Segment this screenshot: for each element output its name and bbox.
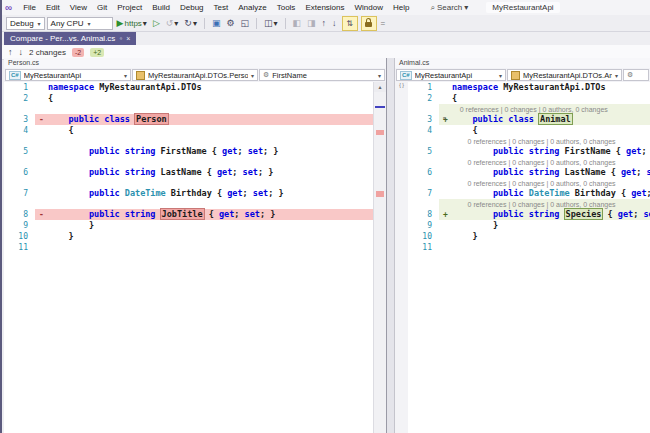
navigate-back-button[interactable]: ◧ bbox=[291, 17, 304, 29]
navigate-forward-button[interactable]: ◨ bbox=[305, 17, 318, 29]
code-line[interactable]: 11 bbox=[408, 242, 650, 253]
pane-splitter[interactable] bbox=[386, 58, 395, 433]
tab-title: Compare - Per...vs. Animal.cs bbox=[10, 34, 115, 43]
change-marker-icon bbox=[439, 199, 452, 209]
codelens-row[interactable] bbox=[4, 136, 374, 146]
breakpoints-window-button[interactable]: ▣ bbox=[210, 17, 223, 29]
left-member-dropdown[interactable]: ⚙ FirstName ▾ bbox=[259, 69, 385, 81]
codelens-row[interactable]: 0 references | 0 changes | 0 authors, 0 … bbox=[408, 136, 650, 146]
codelens-row[interactable]: 0 references | 0 changes | 0 authors, 0 … bbox=[408, 199, 650, 209]
restart-button[interactable]: ↻ ▾ bbox=[182, 17, 199, 29]
menu-git[interactable]: Git bbox=[92, 3, 112, 12]
menu-tools[interactable]: Tools bbox=[272, 3, 301, 12]
preview-window-button[interactable]: ◱ bbox=[239, 17, 252, 29]
code-line[interactable]: 8- public string JobTitle { get; set; } bbox=[4, 209, 374, 220]
code-line[interactable]: 5 public string FirstName { get; set; } bbox=[4, 146, 374, 157]
code-line[interactable]: 10 } bbox=[408, 231, 650, 242]
sync-views-toggle[interactable]: ⇅ bbox=[342, 16, 358, 31]
options-button[interactable]: ⚙ bbox=[224, 17, 236, 29]
code-line[interactable]: 9 } bbox=[4, 220, 374, 231]
code-line[interactable]: 4 { bbox=[408, 125, 650, 136]
menu-analyze[interactable]: Analyze bbox=[233, 3, 271, 12]
start-without-debugging-button[interactable]: ▷ bbox=[151, 17, 162, 29]
toolbar-overflow[interactable]: = bbox=[381, 19, 386, 28]
configuration-dropdown[interactable]: Debug ▾ bbox=[6, 17, 45, 30]
hot-reload-button[interactable]: ↺ ▾ bbox=[164, 17, 181, 29]
codelens-row[interactable]: 0 references | 0 changes | 0 authors, 0 … bbox=[408, 157, 650, 167]
compare-files-button[interactable]: ◫ ▾ bbox=[262, 17, 280, 29]
menu-file[interactable]: File bbox=[18, 3, 41, 12]
code-line[interactable]: 1namespace MyRestaurantApi.DTOs bbox=[4, 82, 374, 93]
menu-debug[interactable]: Debug bbox=[175, 3, 209, 12]
right-member-dropdown[interactable]: ⚙ bbox=[623, 69, 649, 81]
code-line[interactable]: 7 public DateTime Birthday { get; set; } bbox=[408, 188, 650, 199]
next-change-button[interactable]: ↓ bbox=[330, 17, 339, 29]
line-number: 11 bbox=[408, 242, 439, 253]
menu-edit[interactable]: Edit bbox=[41, 3, 65, 12]
start-debugging-button[interactable]: ▶ https ▾ bbox=[115, 17, 149, 29]
line-number: 10 bbox=[4, 231, 35, 242]
change-marker-icon bbox=[439, 104, 452, 114]
chevron-down-icon: ▾ bbox=[88, 20, 91, 27]
code-line[interactable]: 1namespace MyRestaurantApi.DTOs bbox=[408, 82, 650, 93]
change-marker-icon bbox=[35, 146, 48, 157]
code-line[interactable]: 2{ bbox=[4, 93, 374, 104]
left-type-dropdown[interactable]: MyRestaurantApi.DTOs.Person ▾ bbox=[132, 69, 258, 81]
codelens-row[interactable]: 0 references | 0 changes | 0 authors, 0 … bbox=[408, 178, 650, 188]
code-line[interactable]: 3- public class Person bbox=[4, 114, 374, 125]
right-file-label: Animal.cs bbox=[395, 58, 650, 68]
chevron-down-icon: ▾ bbox=[274, 19, 278, 28]
platform-dropdown[interactable]: Any CPU ▾ bbox=[47, 17, 113, 30]
line-number: 2 bbox=[408, 93, 439, 104]
code-line[interactable]: 9 } bbox=[408, 220, 650, 231]
scroll-up-icon[interactable]: ▴ bbox=[374, 82, 386, 92]
member-name: FirstName bbox=[272, 71, 375, 80]
compare-docs-icon: ◫ bbox=[264, 17, 273, 29]
right-navigation-bar: C# MyRestaurantApi ▾ MyRestaurantApi.DTO… bbox=[395, 68, 650, 82]
previous-change-button[interactable]: ↑ bbox=[320, 17, 329, 29]
line-number bbox=[4, 136, 35, 146]
breakpoints-window-icon: ▣ bbox=[212, 17, 221, 29]
line-number: 3✎ bbox=[408, 114, 439, 125]
previous-difference-button[interactable]: ↑ bbox=[8, 47, 13, 57]
codelens-row[interactable] bbox=[4, 178, 374, 188]
menu-view[interactable]: View bbox=[65, 3, 92, 12]
left-scrollbar[interactable]: ▴ bbox=[373, 82, 386, 433]
code-line[interactable]: 10 } bbox=[4, 231, 374, 242]
code-line[interactable]: 11 bbox=[4, 242, 374, 253]
menu-extensions[interactable]: Extensions bbox=[300, 3, 349, 12]
right-project-dropdown[interactable]: C# MyRestaurantApi ▾ bbox=[396, 69, 506, 81]
menu-window[interactable]: Window bbox=[350, 3, 388, 12]
right-type-dropdown[interactable]: MyRestaurantApi.DTOs.Animal ▾ bbox=[507, 69, 622, 81]
left-code-area[interactable]: 1namespace MyRestaurantApi.DTOs2{3- publ… bbox=[4, 82, 374, 433]
menu-help[interactable]: Help bbox=[388, 3, 414, 12]
codelens-row[interactable] bbox=[4, 104, 374, 114]
codelens-row[interactable]: 0 references | 0 changes | 0 authors, 0 … bbox=[408, 104, 650, 114]
code-line[interactable]: 4 { bbox=[4, 125, 374, 136]
change-marker-icon bbox=[35, 104, 48, 114]
code-line[interactable]: 7 public DateTime Birthday { get; set; } bbox=[4, 188, 374, 199]
added-count-badge: +2 bbox=[90, 48, 104, 57]
code-line[interactable]: 6 public string LastName { get; set; } bbox=[408, 167, 650, 178]
search-control[interactable]: ⌕ Search ▾ bbox=[426, 3, 472, 13]
code-line[interactable]: 6 public string LastName { get; set; } bbox=[4, 167, 374, 178]
change-marker-icon bbox=[35, 178, 48, 188]
removed-count-badge: -2 bbox=[72, 48, 84, 57]
codelens-row[interactable] bbox=[4, 157, 374, 167]
code-line[interactable]: 8+ public string Species { get; set; } bbox=[408, 209, 650, 220]
code-line[interactable]: 3✎+ public class Animal bbox=[408, 114, 650, 125]
code-line[interactable]: 5 public string FirstName { get; set; } bbox=[408, 146, 650, 157]
menu-test[interactable]: Test bbox=[209, 3, 234, 12]
hot-reload-icon: ↺ bbox=[166, 17, 174, 29]
menu-build[interactable]: Build bbox=[147, 3, 175, 12]
run-target-label: https bbox=[125, 19, 142, 28]
code-line[interactable]: 2{ bbox=[408, 93, 650, 104]
lock-toggle[interactable] bbox=[361, 16, 377, 31]
left-project-dropdown[interactable]: C# MyRestaurantApi ▾ bbox=[5, 69, 131, 81]
compare-document-tab[interactable]: Compare - Per...vs. Animal.cs ◦ × bbox=[4, 32, 136, 45]
right-code-area[interactable]: 1namespace MyRestaurantApi.DTOs2{ 0 refe… bbox=[408, 82, 650, 433]
next-difference-button[interactable]: ↓ bbox=[19, 47, 24, 57]
menu-project[interactable]: Project bbox=[112, 3, 147, 12]
close-icon[interactable]: × bbox=[126, 35, 130, 42]
line-number: 1 bbox=[408, 82, 439, 93]
